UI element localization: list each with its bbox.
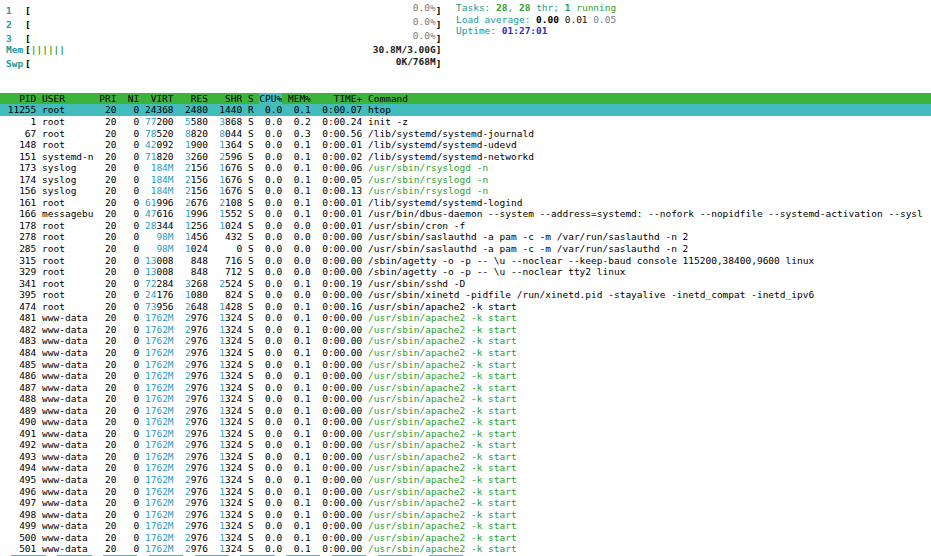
cell-res: 1996 <box>179 208 208 220</box>
process-row[interactable]: 499www-data2001762M29761324S0.00.10:00.0… <box>0 520 931 532</box>
process-row[interactable]: 498www-data2001762M29761324S0.00.10:00.0… <box>0 509 931 521</box>
process-row[interactable]: 285root20098M10240S0.00.00:00.00/usr/sbi… <box>0 243 931 255</box>
column-header-virt[interactable]: VIRT <box>145 93 174 105</box>
process-row[interactable]: 493www-data2001762M29761324S0.00.10:00.0… <box>0 451 931 463</box>
cell-pri: 20 <box>99 278 116 290</box>
cell-cpu-percent: 0.0 <box>259 301 282 313</box>
cell-virt: 28344 <box>145 220 174 232</box>
process-row[interactable]: 488www-data2001762M29761324S0.00.10:00.0… <box>0 393 931 405</box>
cell-shr: 8044 <box>214 128 243 140</box>
cell-command: /usr/sbin/apache2 -k start <box>368 301 931 313</box>
process-row[interactable]: 481www-data2001762M29761324S0.00.10:00.0… <box>0 312 931 324</box>
column-header-pid[interactable]: PID <box>2 93 36 105</box>
meter-body: ||||||30.8M/3.00G <box>31 44 436 56</box>
info-segment: 28 <box>496 2 507 13</box>
cell-pid: 499 <box>2 520 36 532</box>
process-row[interactable]: 341root2007228432682524S0.00.10:00.19/us… <box>0 278 931 290</box>
cell-pid: 488 <box>2 393 36 405</box>
process-row[interactable]: 486www-data2001762M29761324S0.00.10:00.0… <box>0 370 931 382</box>
cell-virt: 1762M <box>145 486 174 498</box>
process-row[interactable]: 490www-data2001762M29761324S0.00.10:00.0… <box>0 416 931 428</box>
cell-res: 2976 <box>179 405 208 417</box>
process-row[interactable]: 501www-data2001762M29761324S0.00.10:00.0… <box>0 543 931 555</box>
cell-shr: 1676 <box>214 174 243 186</box>
cell-virt: 1762M <box>145 497 174 509</box>
cell-command: /usr/sbin/apache2 -k start <box>368 497 931 509</box>
process-row[interactable]: 489www-data2001762M29761324S0.00.10:00.0… <box>0 405 931 417</box>
cell-cpu-percent: 0.0 <box>259 278 282 290</box>
process-row[interactable]: 151systemd-n2007182032602596S0.00.10:00.… <box>0 151 931 163</box>
process-row[interactable]: 395root200241761080824S0.00.00:00.00/usr… <box>0 289 931 301</box>
cell-pid: 341 <box>2 278 36 290</box>
column-header-res[interactable]: RES <box>179 93 208 105</box>
process-row[interactable]: 492www-data2001762M29761324S0.00.10:00.0… <box>0 439 931 451</box>
process-row[interactable]: 487www-data2001762M29761324S0.00.10:00.0… <box>0 382 931 394</box>
process-row[interactable]: 278root20098M1456432S0.00.00:00.00/usr/s… <box>0 231 931 243</box>
column-header-time[interactable]: TIME+ <box>317 93 363 105</box>
cell-state: S <box>248 428 254 440</box>
cell-command: /usr/sbin/rsyslogd -n <box>368 162 931 174</box>
process-row[interactable]: 174syslog200184M21561676S0.00.10:00.05/u… <box>0 174 931 186</box>
process-row[interactable]: 494www-data2001762M29761324S0.00.10:00.0… <box>0 462 931 474</box>
cell-pid: 498 <box>2 509 36 521</box>
process-row[interactable]: 500www-data2001762M29761324S0.00.10:00.0… <box>0 532 931 544</box>
column-header-ni[interactable]: NI <box>122 93 139 105</box>
process-row[interactable]: 496www-data2001762M29761324S0.00.10:00.0… <box>0 486 931 498</box>
process-row[interactable]: 166messagebu2004761619961552S0.00.10:00.… <box>0 208 931 220</box>
cell-pid: 329 <box>2 266 36 278</box>
info-segment: 01:27:01 <box>502 25 548 36</box>
cell-time: 0:00.00 <box>317 324 363 336</box>
cell-pri: 20 <box>99 543 116 555</box>
column-header-user[interactable]: USER <box>42 93 93 105</box>
cell-res: 2976 <box>179 312 208 324</box>
cell-state: S <box>248 335 254 347</box>
process-row[interactable]: 495www-data2001762M29761324S0.00.10:00.0… <box>0 474 931 486</box>
cell-time: 0:00.00 <box>317 416 363 428</box>
cell-pri: 20 <box>99 220 116 232</box>
cell-state: S <box>248 312 254 324</box>
cell-pri: 20 <box>99 255 116 267</box>
process-row[interactable]: 329root20013008848712S0.00.00:00.00/sbin… <box>0 266 931 278</box>
process-row[interactable]: 178root2002834412561024S0.00.00:00.01/us… <box>0 220 931 232</box>
process-row[interactable]: 484www-data2001762M29761324S0.00.10:00.0… <box>0 347 931 359</box>
cell-time: 0:00.00 <box>317 486 363 498</box>
process-row[interactable]: 483www-data2001762M29761324S0.00.10:00.0… <box>0 335 931 347</box>
process-row[interactable]: 161root2006199626762108S0.00.10:00.01/li… <box>0 197 931 209</box>
process-row[interactable]: 1root2007720055803868S0.00.20:00.24init … <box>0 116 931 128</box>
cell-state: S <box>248 151 254 163</box>
process-row[interactable]: 482www-data2001762M29761324S0.00.10:00.0… <box>0 324 931 336</box>
process-row[interactable]: 11255root2002436824801440R0.00.10:00.07h… <box>0 104 931 116</box>
info-segment: 0.01 <box>565 14 588 25</box>
cell-ni: 0 <box>122 312 139 324</box>
cell-mem-percent: 0.1 <box>288 532 311 544</box>
cell-state: S <box>248 185 254 197</box>
cell-res: 3260 <box>179 151 208 163</box>
process-row[interactable]: 474root2007395626481428S0.00.10:00.16/us… <box>0 301 931 313</box>
column-header-state[interactable]: S <box>248 93 254 105</box>
cell-user: www-data <box>42 439 93 451</box>
cell-mem-percent: 0.1 <box>288 509 311 521</box>
cell-state: S <box>248 231 254 243</box>
cell-cpu-percent: 0.0 <box>259 289 282 301</box>
cell-ni: 0 <box>122 289 139 301</box>
cell-res: 2156 <box>179 162 208 174</box>
process-row[interactable]: 485www-data2001762M29761324S0.00.10:00.0… <box>0 359 931 371</box>
meter-body: 0K/768M <box>31 56 436 68</box>
column-header-cpu[interactable]: CPU% <box>259 93 282 105</box>
column-header-mem[interactable]: MEM% <box>288 93 311 105</box>
process-row[interactable]: 67root2007852088208044S0.00.30:00.56/lib… <box>0 128 931 140</box>
process-row[interactable]: 315root20013008848716S0.00.00:00.00/sbin… <box>0 255 931 267</box>
column-header-pri[interactable]: PRI <box>99 93 116 105</box>
column-header-command[interactable]: Command <box>368 93 931 105</box>
cell-pri: 20 <box>99 174 116 186</box>
process-row[interactable]: 148root2004209219001364S0.00.10:00.01/li… <box>0 139 931 151</box>
process-row[interactable]: 497www-data2001762M29761324S0.00.10:00.0… <box>0 497 931 509</box>
column-header-shr[interactable]: SHR <box>214 93 243 105</box>
process-row[interactable]: 491www-data2001762M29761324S0.00.10:00.0… <box>0 428 931 440</box>
process-row[interactable]: 173syslog200184M21561676S0.00.10:00.06/u… <box>0 162 931 174</box>
cell-command: /usr/sbin/rsyslogd -n <box>368 185 931 197</box>
cell-time: 0:00.02 <box>317 151 363 163</box>
cell-command: /usr/sbin/apache2 -k start <box>368 428 931 440</box>
meter-caption: 2 <box>6 19 25 31</box>
process-row[interactable]: 156syslog200184M21561676S0.00.10:00.13/u… <box>0 185 931 197</box>
